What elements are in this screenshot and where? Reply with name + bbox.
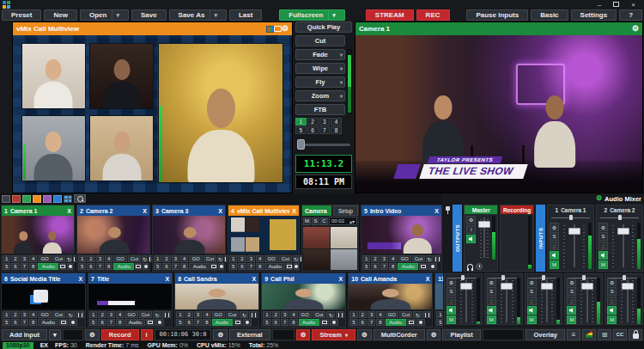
- monitor-icon[interactable]: [234, 319, 242, 326]
- input-thumbnail[interactable]: [361, 216, 441, 254]
- stinger-number-button[interactable]: 2: [307, 118, 319, 126]
- input-quickkey-cut[interactable]: Cut: [52, 255, 65, 262]
- close-icon[interactable]: X: [143, 208, 147, 214]
- input-quickkey-6[interactable]: 6: [162, 263, 170, 270]
- colorbars-icon[interactable]: [266, 26, 274, 33]
- stream-button[interactable]: Stream▾: [312, 329, 355, 340]
- close-icon[interactable]: X: [292, 208, 296, 214]
- ptz-key-s[interactable]: S: [312, 217, 319, 225]
- input-quickkey-6[interactable]: 6: [272, 319, 280, 326]
- program-title-bar[interactable]: Camera 1 ⚙: [355, 22, 642, 35]
- mixer-channel-call-amanda[interactable]: 10Call Amanda⚙S→←M: [564, 273, 603, 325]
- input-quickkey-4[interactable]: 4: [256, 255, 264, 262]
- loop-icon[interactable]: ↻: [240, 311, 248, 318]
- close-icon[interactable]: X: [426, 276, 430, 282]
- input-quickkey-7[interactable]: 7: [172, 263, 179, 270]
- ptz-setup-button[interactable]: Setup: [333, 205, 358, 216]
- input-quickkey-5[interactable]: 5: [362, 263, 370, 270]
- transition-zoom-button[interactable]: Zoom▾: [295, 90, 345, 101]
- input-thumbnail[interactable]: [2, 284, 85, 309]
- input-quickkey-4[interactable]: 4: [376, 311, 384, 318]
- solo-button[interactable]: S: [607, 287, 617, 296]
- stinger-number-button[interactable]: 6: [307, 126, 319, 134]
- input-social-media-title[interactable]: 6Social Media TitleX1234GOCut↻5678Audio: [1, 272, 86, 328]
- playlist-settings-gear-icon[interactable]: ⚙: [427, 329, 441, 340]
- monitor-icon[interactable]: [59, 263, 66, 270]
- input-quickkey-3[interactable]: 3: [21, 311, 28, 318]
- mute-button[interactable]: M: [447, 315, 456, 324]
- speaker-icon[interactable]: [447, 306, 456, 315]
- input-thumbnail[interactable]: [228, 216, 299, 254]
- audio-toggle-button[interactable]: Audio: [189, 263, 210, 270]
- input-quickkey-2[interactable]: 2: [162, 255, 170, 262]
- speaker-icon[interactable]: [607, 306, 617, 315]
- input-title-bar[interactable]: 9Call PhilX: [262, 273, 345, 284]
- pause-icon[interactable]: [249, 311, 258, 318]
- input-quickkey-go[interactable]: GO: [38, 311, 51, 318]
- input-quickkey-7[interactable]: 7: [96, 263, 104, 270]
- input-quickkey-3[interactable]: 3: [96, 255, 104, 262]
- input-vmix-call-multiview[interactable]: 4vMix Call MultiviewX1234GOCut↻5678Audio: [228, 205, 300, 272]
- maximize-icon[interactable]: [613, 2, 619, 7]
- ptz-preset-grid[interactable]: [302, 226, 358, 271]
- input-quickkey-cut[interactable]: Cut: [52, 311, 65, 318]
- stinger-number-button[interactable]: 7: [319, 126, 331, 134]
- audio-toggle-button[interactable]: Audio: [125, 319, 145, 326]
- gear-icon[interactable]: ⚙: [596, 195, 602, 202]
- channel-fader[interactable]: [619, 278, 635, 324]
- input-quickkey-7[interactable]: 7: [21, 263, 28, 270]
- input-quickkey-2[interactable]: 2: [185, 311, 192, 318]
- solo-button[interactable]: S: [487, 287, 496, 296]
- audio-toggle-button[interactable]: Audio: [299, 319, 319, 326]
- close-icon[interactable]: X: [78, 276, 82, 282]
- loop-icon[interactable]: ↻: [142, 255, 148, 262]
- mixer-channel-camera-1[interactable]: 1Camera 1⚙S→←M: [547, 205, 594, 272]
- input-quickkey-5[interactable]: 5: [3, 263, 10, 270]
- input-quickkey-7[interactable]: 7: [107, 319, 115, 326]
- speaker-icon[interactable]: [466, 235, 476, 243]
- mute-button[interactable]: M: [487, 315, 496, 324]
- mixer-channel-call-phil[interactable]: 9Call Phil⚙S→←M: [525, 273, 563, 325]
- ptz-preset-thumbnail[interactable]: [303, 249, 330, 271]
- ptz-preset-thumbnail[interactable]: [331, 249, 357, 271]
- input-quickkey-4[interactable]: 4: [105, 255, 112, 262]
- audio-toggle-button[interactable]: Audio: [212, 319, 233, 326]
- bus-routing-icon[interactable]: →←: [527, 297, 537, 305]
- closed-captions-button[interactable]: CC: [613, 329, 627, 340]
- input-quickkey-5[interactable]: 5: [176, 319, 184, 326]
- help-button[interactable]: ?: [619, 9, 642, 21]
- input-quickkey-1[interactable]: 1: [89, 311, 97, 318]
- loop-icon[interactable]: ↻: [217, 255, 223, 262]
- gear-icon[interactable]: ⚙: [466, 216, 476, 224]
- channel-fader[interactable]: [562, 223, 586, 269]
- add-input-button[interactable]: Add Input: [2, 329, 47, 340]
- close-icon[interactable]: X: [434, 208, 439, 214]
- external-button[interactable]: External: [229, 329, 270, 340]
- input-camera-3[interactable]: 3Camera 3X1234GOCut↻5678Audio: [152, 205, 226, 272]
- input-quickkey-8[interactable]: 8: [116, 319, 124, 326]
- stinger-number-button[interactable]: 8: [331, 126, 342, 134]
- input-title-bar[interactable]: 3Camera 3X: [153, 205, 225, 216]
- grid-view-icon[interactable]: ⊞: [598, 329, 611, 340]
- input-quickkey-7[interactable]: 7: [368, 319, 375, 326]
- playlist-button[interactable]: Playlist: [442, 329, 480, 340]
- input-quickkey-6[interactable]: 6: [371, 263, 379, 270]
- input-call-phil[interactable]: 9Call PhilX1234GOCut↻5678Audio: [261, 272, 346, 328]
- multicorder-button[interactable]: MultiCorder: [374, 329, 425, 340]
- input-intro-video[interactable]: 5Intro VideoX1234GOCut↻5678Audio: [361, 205, 442, 272]
- loop-icon[interactable]: ↻: [326, 311, 335, 318]
- loop-icon[interactable]: ↻: [153, 311, 161, 318]
- pin-icon[interactable]: [445, 206, 451, 215]
- inputs-strip[interactable]: INPUTS: [536, 205, 545, 272]
- input-quickkey-go[interactable]: GO: [125, 311, 137, 318]
- channel-fader[interactable]: [459, 278, 475, 324]
- input-quickkey-3[interactable]: 3: [368, 311, 375, 318]
- transition-fade-button[interactable]: Fade▾: [295, 49, 345, 60]
- headphone-volume-knob[interactable]: [476, 263, 483, 270]
- mixer-channel-intro-video[interactable]: 5Intro Video⚙S→←M: [444, 273, 483, 325]
- solo-button[interactable]: S: [567, 287, 576, 296]
- chevron-down-icon[interactable]: ▾: [340, 65, 343, 71]
- stream-settings-gear-icon[interactable]: ⚙: [296, 329, 311, 340]
- overlay-button[interactable]: Overlay: [526, 329, 565, 340]
- input-quickkey-1[interactable]: 1: [349, 311, 357, 318]
